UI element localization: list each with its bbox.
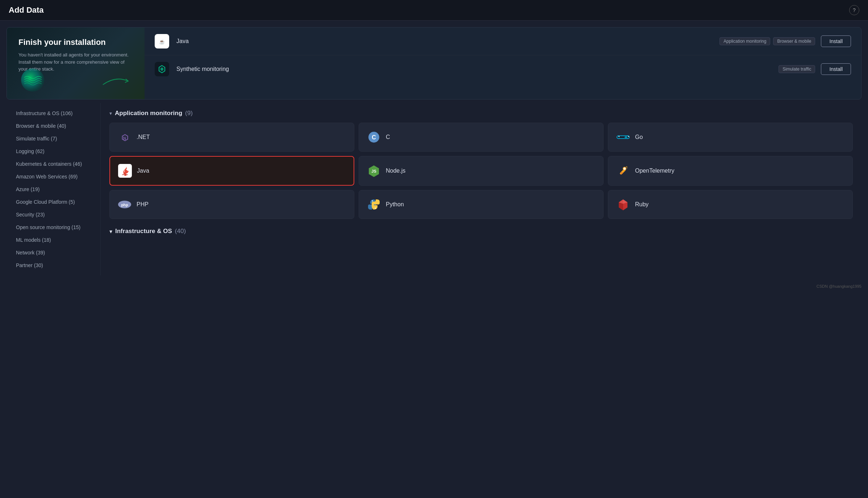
- app-monitoring-section-header[interactable]: ▾ Application monitoring (9): [109, 110, 853, 117]
- arrow-decoration: [101, 74, 134, 88]
- svg-text:C: C: [372, 134, 376, 140]
- infra-chevron: ▾: [109, 228, 112, 235]
- help-button[interactable]: ?: [849, 5, 859, 15]
- java-install-name: Java: [176, 38, 714, 45]
- svg-text:php: php: [121, 203, 128, 207]
- go-label: Go: [635, 134, 643, 140]
- sidebar-item-opensource[interactable]: Open source monitoring (15): [9, 221, 98, 233]
- card-ruby[interactable]: Ruby: [608, 190, 853, 219]
- svg-point-23: [621, 172, 623, 174]
- card-nodejs[interactable]: JS Node.js: [359, 156, 604, 186]
- synthetic-install-name: Synthetic monitoring: [176, 66, 773, 72]
- card-java[interactable]: Java: [109, 156, 354, 186]
- card-python[interactable]: Python: [359, 190, 604, 219]
- footer-note: CSDN @huangkang1995: [0, 282, 868, 291]
- page-title: Add Data: [9, 5, 44, 15]
- sidebar-item-browser[interactable]: Browser & mobile (40): [9, 120, 98, 132]
- java-card-label: Java: [137, 168, 149, 174]
- svg-text:N: N: [123, 136, 126, 140]
- synthetic-install-button[interactable]: Install: [821, 63, 851, 75]
- install-banner-left: Finish your installation You haven't ins…: [7, 28, 145, 99]
- infra-count: (40): [175, 228, 186, 235]
- card-php[interactable]: php PHP: [109, 190, 354, 219]
- sidebar-item-azure[interactable]: Azure (19): [9, 183, 98, 195]
- install-java-item: ☕ Java Application monitoring Browser & …: [145, 28, 861, 55]
- card-opentelemetry[interactable]: OpenTelemetry: [608, 156, 853, 186]
- nodejs-label: Node.js: [386, 168, 405, 174]
- bottom-layout: Infrastructure & OS (106) Browser & mobi…: [7, 103, 861, 275]
- install-synthetic-item: Synthetic monitoring Simulate traffic In…: [145, 55, 861, 83]
- ruby-icon: [616, 198, 630, 211]
- synthetic-tag-simulate: Simulate traffic: [779, 65, 815, 73]
- python-icon: [367, 198, 381, 211]
- sidebar-item-network[interactable]: Network (39): [9, 246, 98, 259]
- app-monitoring-chevron: ▾: [109, 110, 112, 116]
- java-icon: [118, 164, 132, 178]
- card-dotnet[interactable]: ⬡ N .NET: [109, 123, 354, 152]
- nodejs-icon: JS: [367, 164, 381, 178]
- svg-point-14: [618, 136, 619, 137]
- php-icon: php: [118, 198, 132, 211]
- catalog: ▾ Application monitoring (9) ⬡ N .NET: [101, 103, 861, 275]
- go-icon: [616, 130, 630, 144]
- java-install-icon: ☕: [155, 34, 169, 48]
- svg-point-29: [372, 201, 373, 202]
- dotnet-icon: ⬡ N: [118, 130, 132, 144]
- svg-point-0: [21, 68, 44, 92]
- infra-section-header[interactable]: ▾ Infrastructure & OS (40): [109, 228, 853, 235]
- svg-point-30: [375, 208, 376, 209]
- app-monitoring-title: Application monitoring: [115, 110, 182, 117]
- svg-point-15: [628, 136, 629, 137]
- sidebar-item-logging[interactable]: Logging (62): [9, 145, 98, 157]
- svg-text:☕: ☕: [159, 39, 165, 45]
- dotnet-label: .NET: [137, 134, 150, 140]
- install-banner-heading: Finish your installation: [18, 38, 133, 47]
- synthetic-install-icon: [155, 62, 169, 76]
- infra-title: Infrastructure & OS: [115, 228, 172, 235]
- card-go[interactable]: Go: [608, 123, 853, 152]
- java-tag-browser: Browser & mobile: [773, 37, 815, 45]
- ruby-label: Ruby: [635, 201, 648, 208]
- main-content: Finish your installation You haven't ins…: [0, 27, 868, 275]
- java-tag-appmon: Application monitoring: [719, 37, 770, 45]
- opentelemetry-icon: [616, 164, 630, 178]
- c-label: C: [386, 134, 390, 140]
- sidebar-item-aws[interactable]: Amazon Web Services (69): [9, 170, 98, 183]
- green-orb-decoration: [20, 67, 45, 93]
- card-c[interactable]: C C: [359, 123, 604, 152]
- sidebar-item-simulate[interactable]: Simulate traffic (7): [9, 132, 98, 145]
- synthetic-tags: Simulate traffic: [779, 65, 815, 73]
- sidebar-item-infra[interactable]: Infrastructure & OS (106): [9, 107, 98, 119]
- svg-point-22: [623, 168, 626, 170]
- app-monitoring-cards: ⬡ N .NET C C: [109, 123, 853, 219]
- app-monitoring-count: (9): [185, 110, 193, 117]
- opentelemetry-label: OpenTelemetry: [635, 168, 675, 174]
- sidebar-item-partner[interactable]: Partner (30): [9, 259, 98, 271]
- install-banner-right: ☕ Java Application monitoring Browser & …: [145, 28, 861, 99]
- sidebar-item-kubernetes[interactable]: Kubernetes & containers (46): [9, 158, 98, 170]
- php-label: PHP: [137, 201, 149, 208]
- page-header: Add Data ?: [0, 0, 868, 21]
- sidebar: Infrastructure & OS (106) Browser & mobi…: [7, 103, 101, 275]
- python-label: Python: [386, 201, 404, 208]
- sidebar-item-ml[interactable]: ML models (18): [9, 234, 98, 246]
- install-banner: Finish your installation You haven't ins…: [7, 27, 861, 100]
- sidebar-item-gcp[interactable]: Google Cloud Platform (5): [9, 196, 98, 208]
- sidebar-item-security[interactable]: Security (23): [9, 208, 98, 221]
- java-tags: Application monitoring Browser & mobile: [719, 37, 815, 45]
- c-icon: C: [367, 130, 381, 144]
- svg-text:JS: JS: [371, 169, 376, 173]
- java-install-button[interactable]: Install: [821, 35, 851, 47]
